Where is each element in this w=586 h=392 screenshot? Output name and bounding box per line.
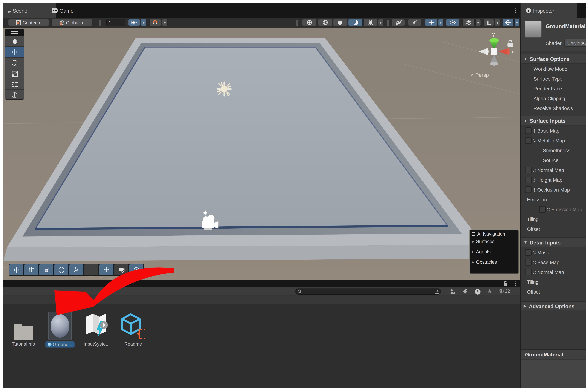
- scene-3d-render: y x < Persp: [3, 28, 520, 280]
- snap-magnet-button[interactable]: [149, 19, 161, 26]
- metallic-map-texture-slot[interactable]: [525, 137, 532, 144]
- tab-inspector[interactable]: i Inspector: [521, 3, 577, 18]
- overlay-settings-button[interactable]: [24, 264, 39, 276]
- shaded-button[interactable]: [333, 19, 347, 26]
- effects-dropdown[interactable]: ▼: [438, 19, 443, 26]
- scene-menu-kebab-icon[interactable]: ⋮: [513, 8, 518, 13]
- magnet-icon: [152, 20, 158, 25]
- debug-button[interactable]: [363, 19, 377, 26]
- editor-window: # Scene Game ⋮ Center▼ Global▼ 1: [3, 3, 586, 388]
- tools-overlay: [5, 28, 24, 100]
- surface-inputs-header[interactable]: ▼ Surface Inputs: [521, 116, 586, 126]
- search-input[interactable]: [295, 288, 441, 294]
- gizmos-dropdown[interactable]: ▼: [514, 19, 520, 26]
- preview-header[interactable]: GroundMaterial ▶ ▼: [521, 350, 586, 359]
- pan-tool-button[interactable]: [5, 36, 24, 47]
- filter-by-label-icon[interactable]: [463, 289, 468, 294]
- detail-inputs-header[interactable]: ▼ Detail Inputs ?: [521, 238, 586, 247]
- pivot-mode-dropdown[interactable]: Center▼: [8, 19, 49, 26]
- grid-snap-button[interactable]: ▦Y: [128, 19, 140, 26]
- detail-normal-map-texture-slot[interactable]: [525, 268, 532, 275]
- normal-map-texture-slot[interactable]: [525, 166, 532, 173]
- toolbar-separator: [296, 20, 297, 26]
- preview-area[interactable]: [521, 360, 586, 388]
- toolbar-separator: [387, 20, 388, 26]
- asset-tutorialinfo[interactable]: TutorialInfo: [5, 311, 42, 348]
- occlusion-map-texture-slot[interactable]: [525, 186, 532, 193]
- ai-nav-agents[interactable]: ▶ Agents: [470, 246, 518, 256]
- orientation-dropdown[interactable]: Global▼: [51, 19, 92, 26]
- lighting-toggle-button[interactable]: [348, 19, 363, 26]
- shader-dropdown[interactable]: Universal Render Pipeline/Lit▼: [564, 39, 586, 47]
- scale-tool-button[interactable]: [5, 68, 24, 79]
- row-height-map: ◎ Height Map: [521, 175, 586, 184]
- debug-dropdown[interactable]: ▼: [378, 19, 384, 26]
- layers-dropdown[interactable]: ▼: [475, 19, 481, 26]
- audio-toggle-button[interactable]: [408, 19, 421, 26]
- row-occlusion-map: ◎ Occlusion Map: [521, 184, 586, 194]
- rotate-tool-button[interactable]: [5, 58, 24, 68]
- row-receive-shadows: Receive Shadows ✓: [521, 103, 586, 113]
- scene-viewport[interactable]: y x < Persp: [3, 28, 520, 280]
- grid-snap-dropdown[interactable]: ▼: [141, 19, 147, 26]
- effects-button[interactable]: [425, 19, 437, 26]
- rect-tool-button[interactable]: [5, 79, 24, 90]
- ai-navigation-title: AI Navigation: [477, 231, 505, 236]
- 2d-icon: 2D: [396, 20, 401, 25]
- surface-options-header[interactable]: ▼ Surface Options: [521, 54, 586, 64]
- axis-y-label: y: [492, 32, 495, 37]
- hand-icon: [12, 38, 18, 44]
- snap-magnet-dropdown[interactable]: ▼: [162, 19, 168, 26]
- preview-drag-handle-icon[interactable]: [568, 352, 586, 356]
- hidden-count[interactable]: 22: [498, 288, 510, 294]
- project-menu-kebab-icon[interactable]: ⋮: [513, 281, 518, 286]
- grid-size-field[interactable]: 1: [106, 19, 125, 26]
- favorites-star-icon[interactable]: ★: [487, 288, 492, 294]
- filter-by-type-icon[interactable]: [450, 289, 456, 294]
- row-offset: Offset X 0 Y 0: [521, 224, 586, 234]
- scene-tab-icon: #: [8, 8, 11, 13]
- detail-base-map-texture-slot[interactable]: [525, 259, 532, 265]
- moon-icon: [353, 20, 358, 25]
- material-preview-render: [521, 360, 586, 388]
- scrubber-icon: ◎: [547, 207, 550, 212]
- plane-rim-front: [3, 245, 489, 261]
- search-external-icon[interactable]: [435, 290, 439, 294]
- ai-nav-surfaces[interactable]: ▶ Surfaces: [470, 238, 518, 246]
- draw-mode-button[interactable]: [302, 19, 317, 26]
- shader-label: Shader: [546, 40, 561, 46]
- height-map-texture-slot[interactable]: [525, 176, 532, 183]
- scrubber-icon: ◎: [532, 260, 536, 264]
- overlay-move-button[interactable]: [9, 264, 24, 276]
- advanced-options-header[interactable]: ▶ Advanced Options: [521, 301, 586, 311]
- transform-tool-button[interactable]: [5, 90, 24, 100]
- material-thumbnail[interactable]: [525, 20, 541, 38]
- ai-nav-obstacles[interactable]: ▶ Obstacles: [470, 256, 518, 266]
- search-icon: [298, 290, 302, 294]
- scrubber-icon: ◎: [532, 168, 536, 172]
- split-view-button[interactable]: [483, 19, 494, 26]
- 2d-toggle-button[interactable]: 2D: [391, 19, 405, 26]
- overlay-drag-handle-icon[interactable]: [472, 232, 475, 236]
- mask-texture-slot[interactable]: [525, 249, 532, 256]
- scene-toolbar: Center▼ Global▼ 1 ▦Y ▼ ▼: [3, 18, 520, 28]
- scene-visibility-button[interactable]: [446, 19, 459, 26]
- tab-game[interactable]: Game: [47, 3, 99, 18]
- gizmos-button[interactable]: [502, 19, 514, 26]
- shaded-wireframe-button[interactable]: [318, 19, 332, 26]
- row-base-map: ◎ Base Map: [521, 126, 586, 135]
- material-header: GroundMaterial (Material) ? Shader Unive…: [521, 18, 586, 51]
- project-lock-icon[interactable]: [503, 281, 508, 286]
- console-warning-icon[interactable]: !: [475, 289, 480, 294]
- layers-button[interactable]: [462, 19, 475, 26]
- move-tool-button[interactable]: [5, 47, 24, 58]
- emission-map-texture-slot[interactable]: [539, 206, 546, 212]
- base-map-texture-slot[interactable]: [525, 127, 532, 134]
- split-view-dropdown[interactable]: ▼: [495, 19, 500, 26]
- scrubber-icon: ◎: [532, 250, 536, 254]
- tools-overlay-handle[interactable]: [5, 29, 24, 36]
- foldout-open-icon: ▼: [524, 240, 527, 244]
- persp-label[interactable]: < Persp: [471, 72, 489, 78]
- sun-icon[interactable]: [217, 82, 231, 96]
- foldout-open-icon: ▼: [524, 57, 527, 61]
